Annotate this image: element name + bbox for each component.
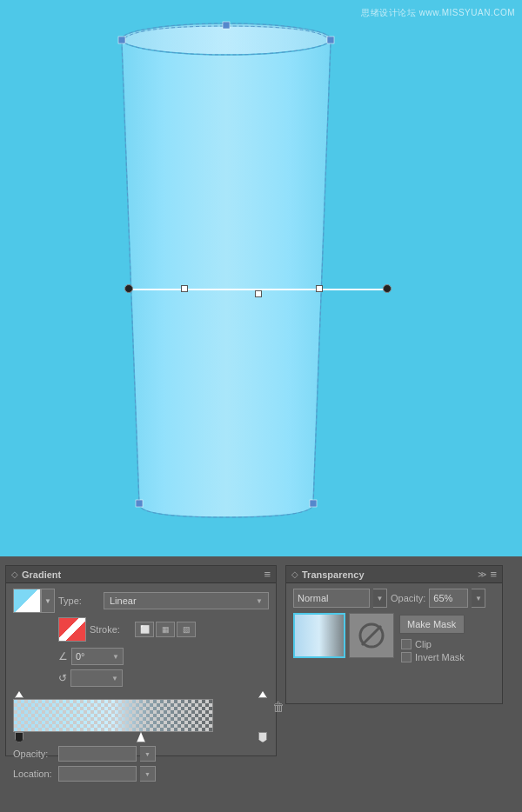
no-entry-icon [358,622,385,649]
gradient-handle-inner-right[interactable] [316,285,323,292]
thumbnail-main[interactable] [293,613,345,658]
gradient-panel-body: ▼ Type: Linear ▼ Stroke: ⬜ ▦ ▧ [6,583,276,791]
angle-row: ∠ 0° ▼ [58,646,269,665]
stroke-label: Stroke: [90,624,131,635]
opacity-val-text: 65% [433,593,452,603]
stroke-btn-3[interactable]: ▧ [177,622,196,637]
stroke-btn-1[interactable]: ⬜ [135,622,154,637]
svg-rect-2 [223,22,230,29]
gradient-handle-right[interactable] [383,284,392,293]
mode-value: Normal [298,593,328,603]
swatch-area: ▼ [13,589,55,613]
opacity-stepper[interactable]: ▼ [472,589,485,608]
gradient-panel-title: Gradient [22,569,264,580]
refresh-icon[interactable]: ↺ [58,672,67,684]
make-mask-button[interactable]: Make Mask [399,615,465,634]
top-stop-left[interactable] [15,691,23,698]
gradient-panel-collapse-icon[interactable]: ◇ [11,569,18,579]
canvas-area: 思绪设计论坛 www.MISSYUAN.COM [0,0,522,548]
stroke-row: Stroke: ⬜ ▦ ▧ [58,617,269,642]
gradient-panel-menu[interactable]: ≡ [264,568,271,581]
clip-checkbox[interactable] [401,639,412,649]
angle-dropdown-arrow: ▼ [112,653,119,661]
bottom-stops-row [13,732,269,742]
mode-dropdown-arrow[interactable]: ▼ [373,589,387,608]
opacity-label: Opacity: [13,749,55,759]
refresh-row: ↺ ▼ [58,669,269,687]
svg-rect-5 [136,500,143,507]
location-field[interactable] [58,766,137,782]
stop-center-marker[interactable] [137,732,145,742]
svg-rect-3 [118,37,125,43]
gradient-preview[interactable] [13,699,213,732]
gradient-preview-container: 🗑 [13,691,269,742]
transparency-panel-icons: ≫ ≡ [478,568,497,581]
transparency-expand-icon[interactable]: ≫ [478,569,486,579]
stop-right[interactable] [258,732,267,742]
type-label: Type: [58,596,100,606]
transparency-panel-header: ◇ Transparency ≫ ≡ [286,566,502,583]
trans-thumbnails [293,613,394,658]
transparency-panel-collapse-icon[interactable]: ◇ [291,569,298,579]
refresh-dropdown-arrow: ▼ [111,675,118,682]
watermark: 思绪设计论坛 www.MISSYUAN.COM [361,7,515,19]
mask-controls: Make Mask Clip Invert Mask [399,615,465,665]
type-value: Linear [110,596,137,606]
gradient-swatch[interactable] [13,589,41,613]
opacity-dropdown[interactable]: ▼ [140,746,156,762]
svg-line-8 [362,626,381,645]
mode-opacity-row: Normal ▼ Opacity: 65% ▼ [293,589,495,608]
angle-value: 0° [76,651,85,662]
invert-mask-checkbox[interactable] [401,652,412,662]
top-stop-center[interactable] [258,691,267,698]
angle-dropdown[interactable]: 0° ▼ [71,648,124,665]
refresh-dropdown[interactable]: ▼ [70,669,123,687]
transparency-panel-body: Normal ▼ Opacity: 65% ▼ [286,583,502,670]
type-row: ▼ Type: Linear ▼ [13,589,269,613]
opacity-field[interactable] [58,746,137,762]
thumbnail-mask[interactable] [349,613,394,658]
trans-checkboxes: Clip Invert Mask [401,639,465,665]
clip-row: Clip [401,639,465,649]
panels-area: ◇ Gradient ≡ ▼ Type: Linear ▼ [0,556,522,812]
stroke-btn-2[interactable]: ▦ [156,622,175,637]
thumbnails-row: Make Mask Clip Invert Mask [293,613,495,665]
stroke-buttons: ⬜ ▦ ▧ [135,622,196,637]
opacity-row: Opacity: ▼ [13,746,269,762]
gradient-handle-left[interactable] [124,284,133,293]
svg-rect-6 [310,500,317,507]
transparency-panel-title: Transparency [302,569,478,580]
mode-dropdown[interactable]: Normal [293,589,370,608]
gradient-panel: ◇ Gradient ≡ ▼ Type: Linear ▼ [5,565,277,756]
gradient-panel-header: ◇ Gradient ≡ [6,566,276,583]
swatch-arrow[interactable]: ▼ [41,589,55,613]
gradient-tool-bar [129,277,390,302]
transparency-panel-menu[interactable]: ≡ [490,568,497,581]
invert-mask-row: Invert Mask [401,652,465,662]
opacity-label-trans: Opacity: [391,593,425,603]
location-row: Location: ▼ [13,766,269,782]
angle-icon: ∠ [58,650,68,662]
type-dropdown[interactable]: Linear ▼ [104,592,269,609]
location-label: Location: [13,769,55,779]
opacity-value[interactable]: 65% [429,589,468,608]
stop-left[interactable] [15,732,23,742]
type-dropdown-arrow: ▼ [256,597,263,605]
cup-shape [87,17,365,522]
location-dropdown[interactable]: ▼ [140,766,156,782]
gradient-delete-icon[interactable]: 🗑 [272,700,284,714]
transparency-panel: ◇ Transparency ≫ ≡ Normal ▼ Opacity: 65%… [285,565,503,704]
gradient-handle-inner-left[interactable] [181,285,188,292]
clip-label: Clip [415,639,432,649]
invert-mask-label: Invert Mask [415,652,465,662]
svg-rect-4 [327,37,334,43]
stroke-swatch[interactable] [58,617,86,642]
gradient-handle-center[interactable] [255,290,262,297]
